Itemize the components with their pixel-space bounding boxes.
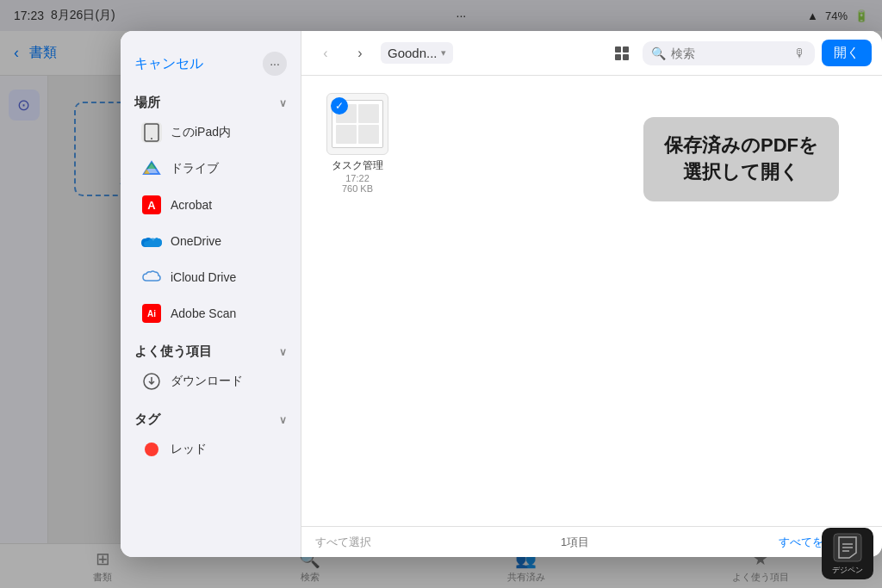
- section-favorites-chevron: ∨: [279, 346, 287, 358]
- sidebar-item-acrobat[interactable]: A Acrobat: [121, 187, 301, 223]
- downloads-label: ダウンロード: [171, 374, 243, 389]
- search-bar: 🔍 🎙: [643, 41, 815, 65]
- section-tags-title: タグ: [134, 412, 160, 428]
- file-item[interactable]: ✓ タスク管理 17:22 760 KB: [319, 93, 396, 194]
- callout-tooltip: 保存済みのPDFを 選択して開く: [643, 117, 839, 201]
- drive-icon: [141, 158, 162, 179]
- svg-point-1: [151, 138, 152, 139]
- thumb-cell-2: [358, 104, 379, 123]
- acrobat-icon: A: [141, 195, 162, 215]
- drive-label: ドライブ: [171, 161, 219, 176]
- picker-sidebar-header: キャンセル ···: [121, 45, 301, 90]
- download-icon: [141, 371, 162, 392]
- back-nav-btn[interactable]: ‹: [312, 40, 339, 67]
- adobescan-label: Adobe Scan: [171, 306, 236, 320]
- section-tags-header[interactable]: タグ ∨: [121, 406, 301, 431]
- sidebar-item-drive[interactable]: ドライブ: [121, 151, 301, 187]
- section-places-chevron: ∨: [279, 97, 287, 109]
- sidebar-item-onedrive[interactable]: OneDrive: [121, 223, 301, 259]
- folder-name: Goodn...: [388, 46, 438, 60]
- ipad-icon: [141, 122, 162, 143]
- section-favorites-header[interactable]: よく使う項目 ∨: [121, 338, 301, 363]
- breadcrumb-area: Goodn... ▾: [381, 42, 601, 64]
- ipad-label: このiPad内: [171, 125, 231, 140]
- thumb-cell-4: [358, 125, 379, 144]
- svg-marker-4: [146, 162, 157, 169]
- forward-nav-btn[interactable]: ›: [346, 40, 374, 67]
- breadcrumb-folder[interactable]: Goodn... ▾: [381, 42, 453, 64]
- view-toggle-btn[interactable]: [608, 40, 636, 67]
- file-size: 760 KB: [342, 183, 373, 194]
- red-tag-icon: [141, 439, 162, 460]
- onedrive-icon: [141, 231, 162, 251]
- sidebar-item-red[interactable]: レッド: [121, 431, 301, 467]
- more-button[interactable]: ···: [263, 52, 287, 76]
- sidebar-item-downloads[interactable]: ダウンロード: [121, 363, 301, 399]
- sidebar-item-icloud[interactable]: iCloud Drive: [121, 259, 301, 295]
- section-places-header[interactable]: 場所 ∨: [121, 90, 301, 115]
- section-tags-chevron: ∨: [279, 414, 287, 426]
- sidebar-item-adobescan[interactable]: Ai Adobe Scan: [121, 295, 301, 331]
- picker-sidebar: キャンセル ··· 場所 ∨ このiPad内: [121, 31, 301, 557]
- onedrive-label: OneDrive: [171, 234, 221, 248]
- icloud-label: iCloud Drive: [171, 270, 236, 284]
- file-name: タスク管理: [332, 158, 383, 173]
- mic-icon[interactable]: 🎙: [794, 46, 806, 60]
- item-count: 1項目: [561, 535, 589, 550]
- section-places-title: 場所: [134, 95, 160, 111]
- digpen-logo: [832, 532, 863, 563]
- file-check-mark: ✓: [331, 97, 348, 115]
- icloud-icon: [141, 267, 162, 288]
- digpen-badge: デジペン: [822, 528, 873, 579]
- file-picker-modal: キャンセル ··· 場所 ∨ このiPad内: [121, 31, 882, 557]
- picker-content: ‹ › Goodn... ▾ 🔍 🎙: [301, 31, 882, 557]
- acrobat-label: Acrobat: [171, 198, 212, 212]
- section-favorites-title: よく使う項目: [134, 344, 212, 360]
- callout-text-line2: 選択して開く: [664, 159, 818, 186]
- file-thumbnail: ✓: [326, 93, 388, 155]
- red-label: レッド: [171, 442, 207, 457]
- picker-toolbar: ‹ › Goodn... ▾ 🔍 🎙: [301, 31, 882, 76]
- picker-status-bar: すべて選択 1項目 すべてを選択解除: [301, 526, 882, 557]
- chevron-down-icon: ▾: [441, 47, 446, 59]
- cancel-button[interactable]: キャンセル: [134, 55, 203, 73]
- search-input[interactable]: [671, 46, 789, 60]
- sidebar-item-ipad[interactable]: このiPad内: [121, 115, 301, 151]
- thumb-cell-3: [336, 125, 357, 144]
- digpen-label: デジペン: [832, 565, 863, 576]
- select-all-button[interactable]: すべて選択: [315, 535, 371, 550]
- open-button[interactable]: 開く: [822, 40, 872, 66]
- adobescan-icon: Ai: [141, 303, 162, 324]
- callout-text-line1: 保存済みのPDFを: [664, 133, 818, 159]
- search-icon: 🔍: [651, 46, 666, 60]
- file-time: 17:22: [345, 173, 370, 183]
